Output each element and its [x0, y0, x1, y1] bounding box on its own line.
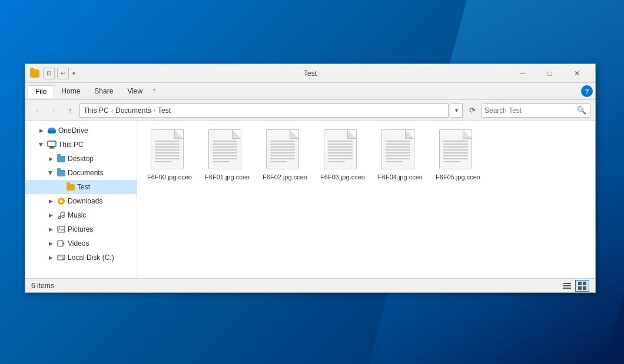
file-line-4-0: [386, 141, 410, 142]
path-test[interactable]: Test: [158, 106, 171, 115]
sidebar-item-desktop[interactable]: ▶ Desktop: [25, 152, 137, 166]
expand-arrow-desktop: ▶: [47, 155, 55, 163]
svg-rect-21: [563, 283, 571, 284]
window-title: Test: [304, 69, 317, 78]
expand-arrow-local-disk: ▶: [47, 253, 55, 262]
sidebar-item-pictures[interactable]: ▶ Pictures: [25, 222, 137, 236]
expand-arrow-onedrive: ▶: [37, 126, 45, 135]
sidebar-label-documents: Documents: [68, 169, 104, 177]
svg-marker-17: [63, 242, 65, 245]
file-line-1-6: [213, 158, 237, 159]
refresh-button[interactable]: ⟳: [465, 103, 479, 118]
close-button[interactable]: ✕: [563, 64, 590, 83]
path-documents[interactable]: Documents: [115, 106, 151, 115]
maximize-button[interactable]: □: [536, 64, 563, 83]
svg-rect-8: [61, 202, 62, 203]
expand-arrow-documents: ▶: [47, 169, 55, 177]
address-path[interactable]: This PC › Documents › Test: [79, 103, 449, 118]
file-line-4-5: [386, 155, 410, 156]
title-bar-left: ⊡ ↩ ▾: [30, 68, 509, 79]
svg-rect-22: [563, 285, 571, 286]
file-icon-1: [208, 129, 246, 172]
search-box[interactable]: 🔍: [482, 103, 590, 118]
file-item-3[interactable]: F6F03.jpg.cceo: [316, 127, 369, 183]
file-line-3-4: [328, 152, 353, 153]
file-item-1[interactable]: F6F01.jpg.cceo: [201, 127, 254, 183]
sidebar-item-videos[interactable]: ▶ Videos: [25, 236, 137, 251]
qat-undo-button[interactable]: ↩: [57, 68, 69, 79]
tab-view[interactable]: View: [120, 85, 150, 98]
svg-point-2: [51, 130, 56, 133]
qat-expand-arrow[interactable]: ▾: [71, 69, 77, 78]
sidebar: ▶ OneDrive ▶: [25, 121, 137, 278]
ribbon-collapse-icon[interactable]: ⌃: [150, 88, 159, 95]
file-line-0-5: [155, 155, 180, 156]
svg-rect-16: [58, 241, 63, 246]
file-icon-3: [324, 129, 361, 172]
file-line-2-3: [270, 149, 295, 151]
test-folder-icon: [66, 182, 75, 192]
tab-file[interactable]: File: [28, 85, 54, 98]
sidebar-item-documents[interactable]: ▶ Documents: [25, 166, 137, 180]
svg-rect-19: [58, 256, 64, 257]
file-line-3-1: [328, 143, 353, 145]
file-item-0[interactable]: F6F00.jpg.cceo: [143, 127, 196, 183]
file-line-1-0: [213, 141, 237, 142]
file-line-1-4: [213, 152, 237, 153]
file-item-4[interactable]: F6F04.jpg.cceo: [374, 127, 427, 183]
tab-share[interactable]: Share: [87, 85, 120, 98]
file-line-0-3: [155, 149, 180, 151]
file-line-4-4: [386, 152, 410, 153]
sidebar-item-downloads[interactable]: ▶ Downloads: [25, 194, 137, 208]
file-icon-5: [439, 129, 477, 172]
svg-rect-24: [578, 282, 582, 285]
file-item-5[interactable]: F6F05.jpg.cceo: [432, 127, 484, 183]
sidebar-item-onedrive[interactable]: ▶ OneDrive: [25, 123, 137, 138]
search-input[interactable]: [484, 106, 576, 115]
file-line-5-0: [443, 141, 468, 142]
qat-properties-button[interactable]: ⊡: [43, 68, 55, 79]
forward-button[interactable]: ›: [47, 103, 61, 118]
file-name-2: F6F02.jpg.cceo: [263, 173, 307, 181]
address-bar: ‹ › ↑ This PC › Documents › Test ▾ ⟳ 🔍: [25, 100, 595, 121]
back-button[interactable]: ‹: [30, 103, 44, 118]
file-line-5-2: [443, 146, 468, 148]
file-line-1-1: [213, 143, 237, 145]
file-item-2[interactable]: F6F02.jpg.cceo: [258, 127, 311, 183]
pictures-icon: [57, 225, 66, 234]
file-line-1-3: [213, 149, 237, 151]
address-dropdown-button[interactable]: ▾: [451, 103, 463, 118]
svg-rect-26: [578, 286, 582, 290]
file-lines-1: [213, 141, 237, 162]
file-line-4-3: [386, 149, 410, 151]
up-button[interactable]: ↑: [63, 103, 77, 118]
tab-home[interactable]: Home: [54, 85, 87, 98]
path-this-pc[interactable]: This PC: [84, 106, 109, 115]
file-line-2-7: [270, 161, 287, 162]
file-doc-shape-2: [266, 129, 299, 169]
expand-arrow-music: ▶: [47, 211, 55, 219]
file-doc-shape-1: [208, 129, 241, 169]
svg-rect-3: [48, 141, 56, 146]
tiles-view-button[interactable]: [575, 280, 589, 292]
file-line-1-5: [213, 155, 237, 156]
file-line-4-7: [386, 161, 403, 162]
file-icon-4: [381, 129, 419, 172]
sidebar-label-desktop: Desktop: [68, 155, 94, 163]
sidebar-item-test[interactable]: Test: [25, 180, 137, 194]
file-line-1-7: [213, 161, 230, 162]
file-line-4-2: [386, 146, 410, 148]
status-bar: 6 items: [25, 278, 595, 292]
details-view-button[interactable]: [560, 280, 574, 292]
file-area: F6F00.jpg.cceoF6F01.jpg.cceoF6F02.jpg.cc…: [137, 121, 595, 278]
this-pc-icon: [47, 140, 57, 149]
search-button[interactable]: 🔍: [576, 105, 588, 116]
file-line-5-1: [443, 143, 468, 145]
minimize-button[interactable]: ─: [509, 64, 536, 83]
sidebar-item-music[interactable]: ▶ Music: [25, 208, 137, 222]
file-line-3-7: [328, 161, 345, 162]
help-button[interactable]: ?: [581, 85, 593, 97]
main-content: ▶ OneDrive ▶: [25, 121, 595, 278]
sidebar-item-this-pc[interactable]: ▶ This PC: [25, 138, 137, 152]
sidebar-item-local-disk[interactable]: ▶ Local Disk (C:): [25, 251, 137, 265]
